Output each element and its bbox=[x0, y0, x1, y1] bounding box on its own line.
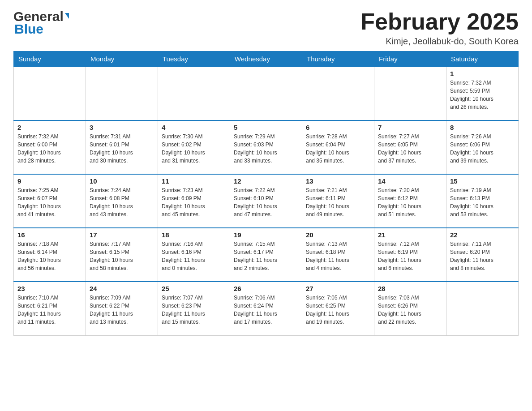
day-number: 20 bbox=[306, 231, 370, 239]
calendar-cell: 27Sunrise: 7:05 AM Sunset: 6:25 PM Dayli… bbox=[302, 282, 374, 335]
day-number: 14 bbox=[378, 177, 442, 185]
day-info: Sunrise: 7:09 AM Sunset: 6:22 PM Dayligh… bbox=[90, 294, 154, 326]
day-info: Sunrise: 7:06 AM Sunset: 6:24 PM Dayligh… bbox=[234, 294, 298, 326]
day-header-saturday: Saturday bbox=[446, 51, 519, 67]
day-header-wednesday: Wednesday bbox=[230, 51, 302, 67]
week-row-3: 9Sunrise: 7:25 AM Sunset: 6:07 PM Daylig… bbox=[14, 174, 519, 228]
day-number: 4 bbox=[162, 124, 226, 131]
calendar-cell: 16Sunrise: 7:18 AM Sunset: 6:14 PM Dayli… bbox=[14, 228, 86, 282]
day-number: 2 bbox=[17, 124, 82, 131]
day-info: Sunrise: 7:17 AM Sunset: 6:15 PM Dayligh… bbox=[90, 240, 154, 272]
day-number: 15 bbox=[450, 177, 515, 185]
calendar-cell: 5Sunrise: 7:29 AM Sunset: 6:03 PM Daylig… bbox=[230, 120, 302, 174]
calendar-cell: 15Sunrise: 7:19 AM Sunset: 6:13 PM Dayli… bbox=[446, 174, 519, 228]
calendar-cell: 1Sunrise: 7:32 AM Sunset: 5:59 PM Daylig… bbox=[446, 67, 519, 120]
day-number: 1 bbox=[450, 70, 515, 77]
day-info: Sunrise: 7:18 AM Sunset: 6:14 PM Dayligh… bbox=[17, 240, 82, 272]
week-row-4: 16Sunrise: 7:18 AM Sunset: 6:14 PM Dayli… bbox=[14, 228, 519, 282]
day-info: Sunrise: 7:15 AM Sunset: 6:17 PM Dayligh… bbox=[234, 240, 298, 272]
day-info: Sunrise: 7:27 AM Sunset: 6:05 PM Dayligh… bbox=[378, 133, 442, 165]
day-info: Sunrise: 7:22 AM Sunset: 6:10 PM Dayligh… bbox=[234, 186, 298, 218]
calendar-cell: 9Sunrise: 7:25 AM Sunset: 6:07 PM Daylig… bbox=[14, 174, 86, 228]
day-info: Sunrise: 7:10 AM Sunset: 6:21 PM Dayligh… bbox=[17, 294, 82, 326]
day-info: Sunrise: 7:28 AM Sunset: 6:04 PM Dayligh… bbox=[306, 133, 370, 165]
day-info: Sunrise: 7:19 AM Sunset: 6:13 PM Dayligh… bbox=[450, 186, 515, 218]
day-number: 7 bbox=[378, 124, 442, 131]
day-number: 22 bbox=[450, 231, 515, 239]
calendar-cell: 14Sunrise: 7:20 AM Sunset: 6:12 PM Dayli… bbox=[374, 174, 446, 228]
calendar-cell: 2Sunrise: 7:32 AM Sunset: 6:00 PM Daylig… bbox=[14, 120, 86, 174]
calendar-cell: 8Sunrise: 7:26 AM Sunset: 6:06 PM Daylig… bbox=[446, 120, 519, 174]
calendar-cell bbox=[14, 67, 86, 120]
calendar-cell: 20Sunrise: 7:13 AM Sunset: 6:18 PM Dayli… bbox=[302, 228, 374, 282]
day-number: 8 bbox=[450, 124, 515, 131]
day-info: Sunrise: 7:11 AM Sunset: 6:20 PM Dayligh… bbox=[450, 240, 515, 272]
week-row-1: 1Sunrise: 7:32 AM Sunset: 5:59 PM Daylig… bbox=[14, 67, 519, 120]
day-number: 6 bbox=[306, 124, 370, 131]
day-info: Sunrise: 7:30 AM Sunset: 6:02 PM Dayligh… bbox=[162, 133, 226, 165]
day-number: 5 bbox=[234, 124, 298, 131]
month-title: February 2025 bbox=[360, 9, 519, 34]
day-info: Sunrise: 7:12 AM Sunset: 6:19 PM Dayligh… bbox=[378, 240, 442, 272]
calendar-cell bbox=[446, 282, 519, 335]
week-row-5: 23Sunrise: 7:10 AM Sunset: 6:21 PM Dayli… bbox=[14, 282, 519, 335]
calendar-cell: 12Sunrise: 7:22 AM Sunset: 6:10 PM Dayli… bbox=[230, 174, 302, 228]
calendar-cell: 23Sunrise: 7:10 AM Sunset: 6:21 PM Dayli… bbox=[14, 282, 86, 335]
day-number: 12 bbox=[234, 177, 298, 185]
day-info: Sunrise: 7:31 AM Sunset: 6:01 PM Dayligh… bbox=[90, 133, 154, 165]
day-info: Sunrise: 7:25 AM Sunset: 6:07 PM Dayligh… bbox=[17, 186, 82, 218]
week-row-2: 2Sunrise: 7:32 AM Sunset: 6:00 PM Daylig… bbox=[14, 120, 519, 174]
calendar-cell: 7Sunrise: 7:27 AM Sunset: 6:05 PM Daylig… bbox=[374, 120, 446, 174]
calendar-cell: 28Sunrise: 7:03 AM Sunset: 6:26 PM Dayli… bbox=[374, 282, 446, 335]
calendar-cell: 19Sunrise: 7:15 AM Sunset: 6:17 PM Dayli… bbox=[230, 228, 302, 282]
calendar-cell bbox=[86, 67, 158, 120]
day-header-sunday: Sunday bbox=[14, 51, 86, 67]
day-number: 17 bbox=[90, 231, 154, 239]
calendar-cell: 11Sunrise: 7:23 AM Sunset: 6:09 PM Dayli… bbox=[158, 174, 230, 228]
day-number: 23 bbox=[17, 285, 82, 292]
day-header-friday: Friday bbox=[374, 51, 446, 67]
day-info: Sunrise: 7:23 AM Sunset: 6:09 PM Dayligh… bbox=[162, 186, 226, 218]
calendar-cell: 13Sunrise: 7:21 AM Sunset: 6:11 PM Dayli… bbox=[302, 174, 374, 228]
day-number: 18 bbox=[162, 231, 226, 239]
day-info: Sunrise: 7:07 AM Sunset: 6:23 PM Dayligh… bbox=[162, 294, 226, 326]
day-number: 9 bbox=[17, 177, 82, 185]
calendar-cell bbox=[302, 67, 374, 120]
calendar-cell: 25Sunrise: 7:07 AM Sunset: 6:23 PM Dayli… bbox=[158, 282, 230, 335]
day-number: 27 bbox=[306, 285, 370, 292]
day-info: Sunrise: 7:32 AM Sunset: 6:00 PM Dayligh… bbox=[17, 133, 82, 165]
day-info: Sunrise: 7:03 AM Sunset: 6:26 PM Dayligh… bbox=[378, 294, 442, 326]
day-number: 3 bbox=[90, 124, 154, 131]
logo: General Blue bbox=[13, 9, 69, 37]
calendar-cell bbox=[374, 67, 446, 120]
day-info: Sunrise: 7:21 AM Sunset: 6:11 PM Dayligh… bbox=[306, 186, 370, 218]
day-number: 24 bbox=[90, 285, 154, 292]
calendar-cell: 10Sunrise: 7:24 AM Sunset: 6:08 PM Dayli… bbox=[86, 174, 158, 228]
day-header-thursday: Thursday bbox=[302, 51, 374, 67]
day-number: 21 bbox=[378, 231, 442, 239]
calendar-cell: 22Sunrise: 7:11 AM Sunset: 6:20 PM Dayli… bbox=[446, 228, 519, 282]
day-header-tuesday: Tuesday bbox=[158, 51, 230, 67]
calendar-cell bbox=[230, 67, 302, 120]
calendar-cell: 17Sunrise: 7:17 AM Sunset: 6:15 PM Dayli… bbox=[86, 228, 158, 282]
day-info: Sunrise: 7:20 AM Sunset: 6:12 PM Dayligh… bbox=[378, 186, 442, 218]
title-section: February 2025 Kimje, Jeollabuk-do, South… bbox=[360, 9, 519, 47]
day-number: 11 bbox=[162, 177, 226, 185]
day-info: Sunrise: 7:24 AM Sunset: 6:08 PM Dayligh… bbox=[90, 186, 154, 218]
calendar-cell: 21Sunrise: 7:12 AM Sunset: 6:19 PM Dayli… bbox=[374, 228, 446, 282]
calendar-table: SundayMondayTuesdayWednesdayThursdayFrid… bbox=[13, 51, 519, 336]
day-number: 26 bbox=[234, 285, 298, 292]
day-number: 19 bbox=[234, 231, 298, 239]
day-info: Sunrise: 7:32 AM Sunset: 5:59 PM Dayligh… bbox=[450, 79, 515, 111]
day-info: Sunrise: 7:16 AM Sunset: 6:16 PM Dayligh… bbox=[162, 240, 226, 272]
location-text: Kimje, Jeollabuk-do, South Korea bbox=[360, 36, 519, 47]
calendar-cell: 6Sunrise: 7:28 AM Sunset: 6:04 PM Daylig… bbox=[302, 120, 374, 174]
day-number: 28 bbox=[378, 285, 442, 292]
logo-triangle-icon bbox=[65, 13, 69, 19]
day-info: Sunrise: 7:05 AM Sunset: 6:25 PM Dayligh… bbox=[306, 294, 370, 326]
day-info: Sunrise: 7:29 AM Sunset: 6:03 PM Dayligh… bbox=[234, 133, 298, 165]
day-number: 16 bbox=[17, 231, 82, 239]
calendar-cell: 18Sunrise: 7:16 AM Sunset: 6:16 PM Dayli… bbox=[158, 228, 230, 282]
day-info: Sunrise: 7:26 AM Sunset: 6:06 PM Dayligh… bbox=[450, 133, 515, 165]
day-number: 13 bbox=[306, 177, 370, 185]
